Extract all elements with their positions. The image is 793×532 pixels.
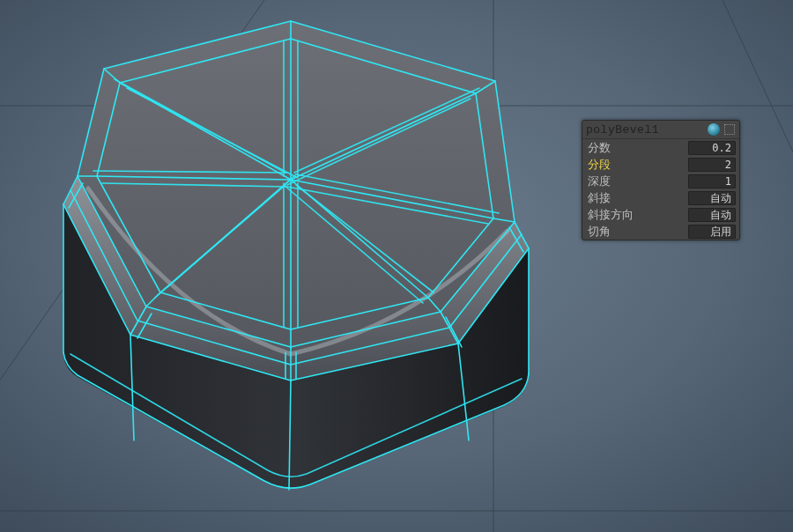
node-attributes-panel[interactable]: polyBevel1 分数 0.2 分段 2 深度 1 斜接 自动 斜接方向 自… [582,120,740,240]
attr-row-fraction[interactable]: 分数 0.2 [582,139,739,156]
panel-title: polyBevel1 [586,123,708,137]
panel-header[interactable]: polyBevel1 [582,121,739,139]
attr-row-segments[interactable]: 分段 2 [582,156,739,173]
attr-row-miter-dir[interactable]: 斜接方向 自动 [582,206,739,223]
viewport-3d[interactable] [0,0,793,532]
attr-value-chamfer[interactable]: 启用 [688,225,736,239]
attr-label: 深度 [588,174,688,189]
attr-label: 斜接方向 [588,207,688,223]
attr-label: 分数 [588,140,688,156]
panel-menu-icon[interactable] [723,123,736,136]
node-type-icon [708,123,720,136]
attr-label: 斜接 [588,190,688,206]
attr-value-miter-dir[interactable]: 自动 [688,208,736,222]
attr-row-chamfer[interactable]: 切角 启用 [582,223,739,240]
attr-value-fraction[interactable]: 0.2 [688,141,736,155]
attr-value-segments[interactable]: 2 [688,158,736,172]
attr-label: 切角 [588,224,688,240]
attr-row-depth[interactable]: 深度 1 [582,173,739,189]
attr-value-miter[interactable]: 自动 [688,191,736,205]
attr-label: 分段 [588,157,688,173]
attr-value-depth[interactable]: 1 [688,174,736,188]
attr-row-miter[interactable]: 斜接 自动 [582,189,739,206]
